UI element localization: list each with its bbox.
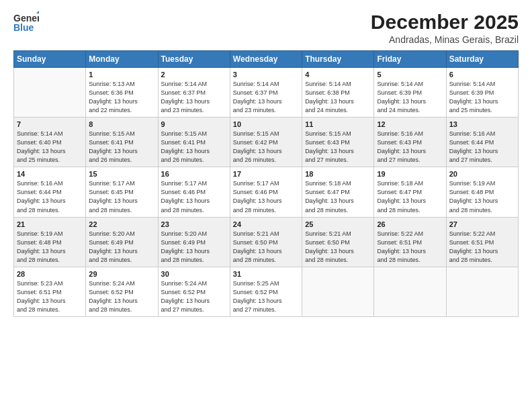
col-friday: Friday: [374, 51, 446, 68]
day-info: Sunrise: 5:18 AM Sunset: 6:47 PM Dayligh…: [377, 179, 443, 214]
table-cell: 25Sunrise: 5:21 AM Sunset: 6:50 PM Dayli…: [302, 217, 374, 267]
table-cell: 17Sunrise: 5:17 AM Sunset: 6:46 PM Dayli…: [230, 167, 302, 217]
table-cell: 30Sunrise: 5:24 AM Sunset: 6:52 PM Dayli…: [158, 267, 230, 316]
col-thursday: Thursday: [302, 51, 374, 68]
day-info: Sunrise: 5:15 AM Sunset: 6:41 PM Dayligh…: [161, 130, 227, 165]
day-number: 14: [17, 170, 83, 178]
day-info: Sunrise: 5:16 AM Sunset: 6:43 PM Dayligh…: [377, 130, 443, 165]
table-cell: 16Sunrise: 5:17 AM Sunset: 6:46 PM Dayli…: [158, 167, 230, 217]
day-number: 4: [305, 71, 371, 79]
day-number: 20: [449, 170, 515, 178]
day-info: Sunrise: 5:22 AM Sunset: 6:51 PM Dayligh…: [377, 230, 443, 265]
day-info: Sunrise: 5:20 AM Sunset: 6:49 PM Dayligh…: [89, 230, 154, 265]
table-cell: 3Sunrise: 5:14 AM Sunset: 6:37 PM Daylig…: [230, 68, 302, 118]
day-number: 26: [377, 220, 443, 228]
day-number: 7: [17, 120, 83, 128]
table-cell: [302, 267, 374, 316]
table-cell: 10Sunrise: 5:15 AM Sunset: 6:42 PM Dayli…: [230, 118, 302, 167]
day-number: 15: [89, 170, 154, 178]
col-monday: Monday: [86, 51, 158, 68]
table-cell: 11Sunrise: 5:15 AM Sunset: 6:43 PM Dayli…: [302, 118, 374, 167]
table-cell: 26Sunrise: 5:22 AM Sunset: 6:51 PM Dayli…: [374, 217, 446, 267]
day-info: Sunrise: 5:23 AM Sunset: 6:51 PM Dayligh…: [17, 279, 83, 314]
day-info: Sunrise: 5:24 AM Sunset: 6:52 PM Dayligh…: [89, 279, 154, 314]
day-info: Sunrise: 5:14 AM Sunset: 6:37 PM Dayligh…: [233, 80, 299, 115]
day-number: 17: [233, 170, 299, 178]
day-info: Sunrise: 5:18 AM Sunset: 6:47 PM Dayligh…: [305, 179, 371, 214]
table-cell: 9Sunrise: 5:15 AM Sunset: 6:41 PM Daylig…: [158, 118, 230, 167]
table-cell: 5Sunrise: 5:14 AM Sunset: 6:39 PM Daylig…: [374, 68, 446, 118]
day-number: 18: [305, 170, 371, 178]
title-block: December 2025 Andradas, Minas Gerais, Br…: [371, 11, 519, 45]
day-number: 6: [449, 71, 515, 79]
day-number: 2: [161, 71, 227, 79]
day-number: 9: [161, 120, 227, 128]
day-number: 29: [89, 270, 154, 278]
day-number: 31: [233, 270, 299, 278]
day-info: Sunrise: 5:19 AM Sunset: 6:48 PM Dayligh…: [449, 179, 515, 214]
day-info: Sunrise: 5:14 AM Sunset: 6:39 PM Dayligh…: [449, 80, 515, 115]
table-cell: 27Sunrise: 5:22 AM Sunset: 6:51 PM Dayli…: [446, 217, 518, 267]
table-cell: 2Sunrise: 5:14 AM Sunset: 6:37 PM Daylig…: [158, 68, 230, 118]
table-cell: 23Sunrise: 5:20 AM Sunset: 6:49 PM Dayli…: [158, 217, 230, 267]
calendar-week-row: 7Sunrise: 5:14 AM Sunset: 6:40 PM Daylig…: [14, 118, 519, 167]
table-cell: 6Sunrise: 5:14 AM Sunset: 6:39 PM Daylig…: [446, 68, 518, 118]
day-number: 12: [377, 120, 443, 128]
calendar-week-row: 28Sunrise: 5:23 AM Sunset: 6:51 PM Dayli…: [14, 267, 519, 316]
table-cell: 28Sunrise: 5:23 AM Sunset: 6:51 PM Dayli…: [14, 267, 86, 316]
day-info: Sunrise: 5:22 AM Sunset: 6:51 PM Dayligh…: [449, 230, 515, 265]
table-cell: 31Sunrise: 5:25 AM Sunset: 6:52 PM Dayli…: [230, 267, 302, 316]
table-cell: [14, 68, 86, 118]
day-number: 24: [233, 220, 299, 228]
day-info: Sunrise: 5:15 AM Sunset: 6:43 PM Dayligh…: [305, 130, 371, 165]
table-cell: [446, 267, 518, 316]
table-cell: 21Sunrise: 5:19 AM Sunset: 6:48 PM Dayli…: [14, 217, 86, 267]
table-cell: 14Sunrise: 5:16 AM Sunset: 6:44 PM Dayli…: [14, 167, 86, 217]
day-info: Sunrise: 5:13 AM Sunset: 6:36 PM Dayligh…: [89, 80, 154, 115]
day-info: Sunrise: 5:24 AM Sunset: 6:52 PM Dayligh…: [161, 279, 227, 314]
col-sunday: Sunday: [14, 51, 86, 68]
day-info: Sunrise: 5:16 AM Sunset: 6:44 PM Dayligh…: [17, 179, 83, 214]
col-tuesday: Tuesday: [158, 51, 230, 68]
header: GeneralBlue December 2025 Andradas, Mina…: [13, 11, 519, 45]
day-info: Sunrise: 5:14 AM Sunset: 6:40 PM Dayligh…: [17, 130, 83, 165]
table-cell: 19Sunrise: 5:18 AM Sunset: 6:47 PM Dayli…: [374, 167, 446, 217]
table-cell: 22Sunrise: 5:20 AM Sunset: 6:49 PM Dayli…: [86, 217, 158, 267]
table-cell: 20Sunrise: 5:19 AM Sunset: 6:48 PM Dayli…: [446, 167, 518, 217]
day-info: Sunrise: 5:14 AM Sunset: 6:38 PM Dayligh…: [305, 80, 371, 115]
day-info: Sunrise: 5:17 AM Sunset: 6:46 PM Dayligh…: [161, 179, 227, 214]
calendar-week-row: 1Sunrise: 5:13 AM Sunset: 6:36 PM Daylig…: [14, 68, 519, 118]
day-number: 16: [161, 170, 227, 178]
table-cell: 8Sunrise: 5:15 AM Sunset: 6:41 PM Daylig…: [86, 118, 158, 167]
day-number: 3: [233, 71, 299, 79]
logo-icon: GeneralBlue: [13, 11, 39, 35]
table-cell: 24Sunrise: 5:21 AM Sunset: 6:50 PM Dayli…: [230, 217, 302, 267]
day-info: Sunrise: 5:20 AM Sunset: 6:49 PM Dayligh…: [161, 230, 227, 265]
day-number: 5: [377, 71, 443, 79]
col-wednesday: Wednesday: [230, 51, 302, 68]
day-number: 10: [233, 120, 299, 128]
day-number: 19: [377, 170, 443, 178]
day-number: 1: [89, 71, 154, 79]
day-number: 27: [449, 220, 515, 228]
svg-text:Blue: Blue: [13, 22, 34, 33]
table-cell: 4Sunrise: 5:14 AM Sunset: 6:38 PM Daylig…: [302, 68, 374, 118]
day-info: Sunrise: 5:14 AM Sunset: 6:39 PM Dayligh…: [377, 80, 443, 115]
day-number: 8: [89, 120, 154, 128]
day-info: Sunrise: 5:21 AM Sunset: 6:50 PM Dayligh…: [305, 230, 371, 265]
table-cell: 12Sunrise: 5:16 AM Sunset: 6:43 PM Dayli…: [374, 118, 446, 167]
calendar-table: Sunday Monday Tuesday Wednesday Thursday…: [13, 50, 519, 317]
day-number: 11: [305, 120, 371, 128]
day-number: 21: [17, 220, 83, 228]
day-info: Sunrise: 5:19 AM Sunset: 6:48 PM Dayligh…: [17, 230, 83, 265]
day-info: Sunrise: 5:17 AM Sunset: 6:45 PM Dayligh…: [89, 179, 154, 214]
day-info: Sunrise: 5:21 AM Sunset: 6:50 PM Dayligh…: [233, 230, 299, 265]
day-info: Sunrise: 5:25 AM Sunset: 6:52 PM Dayligh…: [233, 279, 299, 314]
table-cell: 18Sunrise: 5:18 AM Sunset: 6:47 PM Dayli…: [302, 167, 374, 217]
day-info: Sunrise: 5:14 AM Sunset: 6:37 PM Dayligh…: [161, 80, 227, 115]
day-info: Sunrise: 5:16 AM Sunset: 6:44 PM Dayligh…: [449, 130, 515, 165]
page: GeneralBlue December 2025 Andradas, Mina…: [0, 0, 532, 411]
day-number: 25: [305, 220, 371, 228]
col-saturday: Saturday: [446, 51, 518, 68]
table-cell: [374, 267, 446, 316]
